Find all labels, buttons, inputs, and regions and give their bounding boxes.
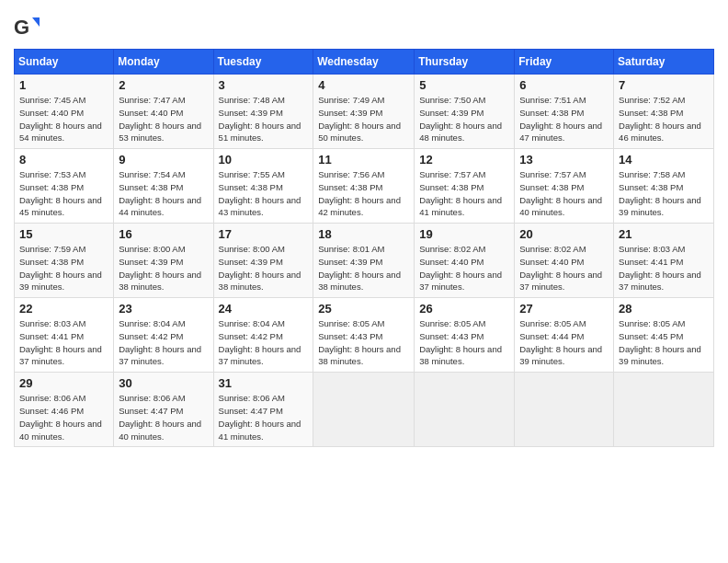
logo-icon: G <box>14 14 40 40</box>
day-number: 8 <box>19 153 108 167</box>
day-number: 3 <box>219 78 309 92</box>
calendar-header-saturday: Saturday <box>614 50 714 75</box>
day-info: Sunrise: 7:52 AMSunset: 4:38 PMDaylight:… <box>619 94 709 144</box>
calendar-cell: 16Sunrise: 8:00 AMSunset: 4:39 PMDayligh… <box>114 224 213 298</box>
day-info: Sunrise: 8:06 AMSunset: 4:46 PMDaylight:… <box>19 392 108 442</box>
day-info: Sunrise: 8:00 AMSunset: 4:39 PMDaylight:… <box>219 243 309 293</box>
day-number: 7 <box>619 78 709 92</box>
calendar-cell: 3Sunrise: 7:48 AMSunset: 4:39 PMDaylight… <box>213 75 313 149</box>
calendar-cell: 20Sunrise: 8:02 AMSunset: 4:40 PMDayligh… <box>515 224 614 298</box>
day-number: 28 <box>619 302 709 316</box>
day-number: 26 <box>419 302 509 316</box>
day-info: Sunrise: 8:04 AMSunset: 4:42 PMDaylight:… <box>119 317 208 368</box>
day-number: 31 <box>219 376 309 390</box>
calendar-cell: 26Sunrise: 8:05 AMSunset: 4:43 PMDayligh… <box>415 298 515 373</box>
day-info: Sunrise: 7:45 AMSunset: 4:40 PMDaylight:… <box>19 94 108 144</box>
day-info: Sunrise: 7:48 AMSunset: 4:39 PMDaylight:… <box>219 94 309 144</box>
day-info: Sunrise: 8:05 AMSunset: 4:43 PMDaylight:… <box>419 317 509 368</box>
calendar-cell: 15Sunrise: 7:59 AMSunset: 4:38 PMDayligh… <box>15 224 114 298</box>
svg-marker-1 <box>32 17 40 27</box>
calendar-cell: 5Sunrise: 7:50 AMSunset: 4:39 PMDaylight… <box>415 75 515 149</box>
day-info: Sunrise: 7:55 AMSunset: 4:38 PMDaylight:… <box>219 168 309 219</box>
calendar-header-row: SundayMondayTuesdayWednesdayThursdayFrid… <box>15 50 714 75</box>
day-number: 29 <box>19 376 108 390</box>
day-info: Sunrise: 7:47 AMSunset: 4:40 PMDaylight:… <box>119 94 208 144</box>
day-number: 25 <box>318 302 409 316</box>
calendar-table: SundayMondayTuesdayWednesdayThursdayFrid… <box>14 49 714 447</box>
day-number: 13 <box>519 153 609 167</box>
calendar-cell: 7Sunrise: 7:52 AMSunset: 4:38 PMDaylight… <box>614 75 714 149</box>
calendar-cell <box>515 373 614 447</box>
calendar-header-wednesday: Wednesday <box>313 50 415 75</box>
day-number: 4 <box>318 78 409 92</box>
day-info: Sunrise: 7:57 AMSunset: 4:38 PMDaylight:… <box>519 168 609 219</box>
calendar-cell: 19Sunrise: 8:02 AMSunset: 4:40 PMDayligh… <box>415 224 515 298</box>
calendar-cell: 23Sunrise: 8:04 AMSunset: 4:42 PMDayligh… <box>114 298 213 373</box>
calendar-cell: 30Sunrise: 8:06 AMSunset: 4:47 PMDayligh… <box>114 373 213 447</box>
day-info: Sunrise: 7:56 AMSunset: 4:38 PMDaylight:… <box>318 168 409 219</box>
day-number: 18 <box>318 227 409 241</box>
calendar-header-thursday: Thursday <box>415 50 515 75</box>
calendar-cell: 6Sunrise: 7:51 AMSunset: 4:38 PMDaylight… <box>515 75 614 149</box>
day-info: Sunrise: 7:58 AMSunset: 4:38 PMDaylight:… <box>619 168 709 219</box>
day-number: 12 <box>419 153 509 167</box>
day-info: Sunrise: 7:51 AMSunset: 4:38 PMDaylight:… <box>519 94 609 144</box>
calendar-cell: 9Sunrise: 7:54 AMSunset: 4:38 PMDaylight… <box>114 149 213 224</box>
day-info: Sunrise: 7:59 AMSunset: 4:38 PMDaylight:… <box>19 243 108 293</box>
day-info: Sunrise: 7:57 AMSunset: 4:38 PMDaylight:… <box>419 168 509 219</box>
calendar-cell <box>313 373 415 447</box>
calendar-week-2: 8Sunrise: 7:53 AMSunset: 4:38 PMDaylight… <box>15 149 714 224</box>
day-number: 27 <box>519 302 609 316</box>
calendar-cell: 31Sunrise: 8:06 AMSunset: 4:47 PMDayligh… <box>213 373 313 447</box>
day-info: Sunrise: 8:01 AMSunset: 4:39 PMDaylight:… <box>318 243 409 293</box>
calendar-cell: 10Sunrise: 7:55 AMSunset: 4:38 PMDayligh… <box>213 149 313 224</box>
day-number: 17 <box>219 227 309 241</box>
calendar-header-sunday: Sunday <box>15 50 114 75</box>
calendar-header-friday: Friday <box>515 50 614 75</box>
svg-text:G: G <box>14 16 29 39</box>
calendar-cell: 29Sunrise: 8:06 AMSunset: 4:46 PMDayligh… <box>15 373 114 447</box>
calendar-cell <box>614 373 714 447</box>
calendar-cell: 28Sunrise: 8:05 AMSunset: 4:45 PMDayligh… <box>614 298 714 373</box>
day-number: 1 <box>19 78 108 92</box>
day-number: 23 <box>119 302 208 316</box>
day-number: 16 <box>119 227 208 241</box>
header: G <box>14 14 714 40</box>
day-info: Sunrise: 8:05 AMSunset: 4:45 PMDaylight:… <box>619 317 709 368</box>
day-number: 24 <box>219 302 309 316</box>
day-info: Sunrise: 8:02 AMSunset: 4:40 PMDaylight:… <box>419 243 509 293</box>
calendar-cell: 11Sunrise: 7:56 AMSunset: 4:38 PMDayligh… <box>313 149 415 224</box>
day-number: 19 <box>419 227 509 241</box>
day-info: Sunrise: 8:03 AMSunset: 4:41 PMDaylight:… <box>619 243 709 293</box>
day-number: 2 <box>119 78 208 92</box>
calendar-cell: 24Sunrise: 8:04 AMSunset: 4:42 PMDayligh… <box>213 298 313 373</box>
calendar-week-4: 22Sunrise: 8:03 AMSunset: 4:41 PMDayligh… <box>15 298 714 373</box>
calendar-cell: 17Sunrise: 8:00 AMSunset: 4:39 PMDayligh… <box>213 224 313 298</box>
calendar-header-monday: Monday <box>114 50 213 75</box>
day-info: Sunrise: 8:00 AMSunset: 4:39 PMDaylight:… <box>119 243 208 293</box>
day-info: Sunrise: 7:49 AMSunset: 4:39 PMDaylight:… <box>318 94 409 144</box>
calendar-cell: 14Sunrise: 7:58 AMSunset: 4:38 PMDayligh… <box>614 149 714 224</box>
calendar-cell: 25Sunrise: 8:05 AMSunset: 4:43 PMDayligh… <box>313 298 415 373</box>
day-info: Sunrise: 7:53 AMSunset: 4:38 PMDaylight:… <box>19 168 108 219</box>
day-info: Sunrise: 8:06 AMSunset: 4:47 PMDaylight:… <box>219 392 309 442</box>
calendar-week-1: 1Sunrise: 7:45 AMSunset: 4:40 PMDaylight… <box>15 75 714 149</box>
day-info: Sunrise: 8:05 AMSunset: 4:43 PMDaylight:… <box>318 317 409 368</box>
day-number: 14 <box>619 153 709 167</box>
day-number: 9 <box>119 153 208 167</box>
day-number: 20 <box>519 227 609 241</box>
logo: G <box>14 14 41 40</box>
day-number: 11 <box>318 153 409 167</box>
day-info: Sunrise: 8:05 AMSunset: 4:44 PMDaylight:… <box>519 317 609 368</box>
calendar-cell: 21Sunrise: 8:03 AMSunset: 4:41 PMDayligh… <box>614 224 714 298</box>
calendar-week-5: 29Sunrise: 8:06 AMSunset: 4:46 PMDayligh… <box>15 373 714 447</box>
calendar-cell: 12Sunrise: 7:57 AMSunset: 4:38 PMDayligh… <box>415 149 515 224</box>
day-number: 6 <box>519 78 609 92</box>
calendar-cell: 13Sunrise: 7:57 AMSunset: 4:38 PMDayligh… <box>515 149 614 224</box>
day-info: Sunrise: 7:50 AMSunset: 4:39 PMDaylight:… <box>419 94 509 144</box>
day-number: 15 <box>19 227 108 241</box>
day-number: 5 <box>419 78 509 92</box>
calendar-cell: 27Sunrise: 8:05 AMSunset: 4:44 PMDayligh… <box>515 298 614 373</box>
day-info: Sunrise: 8:03 AMSunset: 4:41 PMDaylight:… <box>19 317 108 368</box>
day-info: Sunrise: 8:04 AMSunset: 4:42 PMDaylight:… <box>219 317 309 368</box>
